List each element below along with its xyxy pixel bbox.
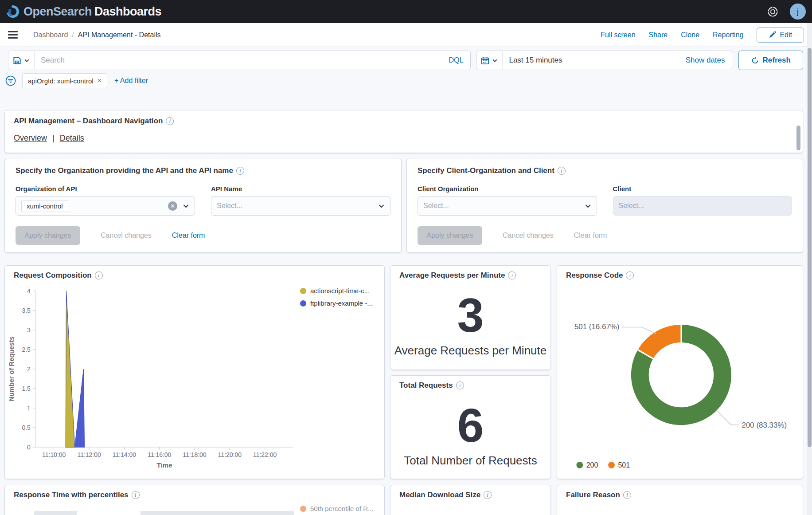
details-link[interactable]: Details xyxy=(60,134,84,143)
svg-text:3.5: 3.5 xyxy=(22,307,31,314)
apply-changes-button[interactable]: Apply changes xyxy=(16,226,80,245)
info-icon[interactable]: i xyxy=(558,167,566,175)
info-icon[interactable]: i xyxy=(623,491,631,499)
client-organization-form-panel: Specify Client-Organization and Client i… xyxy=(406,159,803,253)
svg-text:0: 0 xyxy=(27,444,31,451)
svg-text:11:22:00: 11:22:00 xyxy=(253,451,277,458)
opensearch-logo-icon xyxy=(6,5,20,18)
client-organization-label: Client Organization xyxy=(418,185,597,193)
quick-select-menu[interactable] xyxy=(476,51,503,70)
date-picker: Last 15 minutes Show dates xyxy=(476,51,732,70)
svg-text:11:10:00: 11:10:00 xyxy=(42,451,66,458)
user-avatar[interactable]: j xyxy=(790,4,806,20)
avg-requests-label: Average Requests per Minute xyxy=(390,344,550,358)
client-org-placeholder: Select... xyxy=(423,202,449,210)
remove-filter-icon[interactable]: × xyxy=(98,77,102,85)
pencil-icon xyxy=(769,31,776,39)
link-separator: | xyxy=(52,134,55,143)
saved-queries-menu[interactable] xyxy=(8,51,35,70)
help-icon[interactable] xyxy=(767,6,778,17)
avg-requests-title: Average Requests per Minute xyxy=(399,271,505,280)
divider xyxy=(26,28,26,42)
full-screen-link[interactable]: Full screen xyxy=(601,31,635,39)
chevron-down-icon xyxy=(24,58,30,63)
total-requests-value: 6 xyxy=(390,401,550,449)
api-name-placeholder: Select... xyxy=(217,202,242,210)
svg-text:1.5: 1.5 xyxy=(22,385,31,392)
org-panel-title: Specify the Organization providing the A… xyxy=(16,166,233,175)
clone-link[interactable]: Clone xyxy=(681,31,699,39)
show-dates-link[interactable]: Show dates xyxy=(679,51,732,70)
apply-changes-button[interactable]: Apply changes xyxy=(418,226,482,245)
chevron-down-icon xyxy=(585,203,591,209)
brand-text-opensearch: OpenSearch xyxy=(23,5,92,18)
info-icon[interactable]: i xyxy=(132,491,140,499)
chart-placeholder-bar xyxy=(34,511,77,515)
nav-panel-title: API Management – Dashboard Navigation xyxy=(14,117,163,126)
breadcrumb-current: API Management - Details xyxy=(78,31,161,39)
add-filter-link[interactable]: + Add filter xyxy=(114,77,148,85)
time-range-value[interactable]: Last 15 minutes xyxy=(503,51,678,70)
refresh-button-label: Refresh xyxy=(763,56,791,65)
dashboard-page: DQL Last 15 minutes Show dates Refre xyxy=(0,47,812,515)
info-icon[interactable]: i xyxy=(484,491,492,499)
filter-pill-apiorgid[interactable]: apiOrgId: xuml-control × xyxy=(22,73,107,88)
client-panel-title: Specify Client-Organization and Client xyxy=(418,166,554,175)
svg-text:200 (83.33%): 200 (83.33%) xyxy=(742,421,787,429)
save-icon xyxy=(13,56,21,65)
svg-text:501 (16.67%): 501 (16.67%) xyxy=(574,322,620,331)
chevron-down-icon xyxy=(378,203,385,209)
share-link[interactable]: Share xyxy=(649,31,668,39)
svg-text:501: 501 xyxy=(618,461,630,469)
svg-text:2: 2 xyxy=(27,366,31,373)
panel-scrollbar[interactable] xyxy=(796,126,800,150)
clear-form-button[interactable]: Clear form xyxy=(574,232,607,240)
reporting-link[interactable]: Reporting xyxy=(713,31,743,39)
median-download-title: Median Download Size xyxy=(399,491,480,499)
selected-org-token[interactable]: xuml-control xyxy=(21,200,68,212)
organization-api-form-panel: Specify the Organization providing the A… xyxy=(4,159,402,253)
median-download-panel: Median Download Size i xyxy=(390,485,551,515)
overview-link[interactable]: Overview xyxy=(14,134,47,143)
top-app-bar: OpenSearchDashboards j xyxy=(0,0,812,23)
scrollbar-thumb[interactable] xyxy=(808,48,812,447)
request-composition-chart: 00.511.522.533.5411:10:0011:12:0011:14:0… xyxy=(5,266,384,479)
edit-button[interactable]: Edit xyxy=(757,28,804,43)
opensearch-brand[interactable]: OpenSearchDashboards xyxy=(6,5,161,19)
calendar-icon xyxy=(481,56,489,65)
menu-icon[interactable] xyxy=(8,31,18,39)
search-input[interactable] xyxy=(35,51,442,70)
cancel-changes-button[interactable]: Cancel changes xyxy=(101,232,152,240)
svg-text:2.5: 2.5 xyxy=(22,346,31,353)
organization-of-api-label: Organization of API xyxy=(16,185,195,193)
svg-text:11:12:00: 11:12:00 xyxy=(77,451,101,458)
filter-icon[interactable] xyxy=(5,75,16,86)
svg-text:11:16:00: 11:16:00 xyxy=(148,451,172,458)
svg-text:11:14:00: 11:14:00 xyxy=(113,451,137,458)
svg-text:3: 3 xyxy=(27,326,31,334)
clear-form-button[interactable]: Clear form xyxy=(172,232,205,240)
breadcrumb-dashboard[interactable]: Dashboard xyxy=(33,31,68,39)
info-icon[interactable]: i xyxy=(166,117,174,125)
page-scrollbar[interactable] xyxy=(807,23,812,515)
info-icon[interactable]: i xyxy=(236,167,244,175)
cancel-changes-button[interactable]: Cancel changes xyxy=(503,232,554,240)
svg-text:1: 1 xyxy=(27,405,31,412)
refresh-button[interactable]: Refresh xyxy=(738,51,803,70)
api-name-select[interactable]: Select... xyxy=(211,196,390,216)
organization-of-api-combobox[interactable]: xuml-control ✕ xyxy=(16,196,195,216)
svg-text:Time: Time xyxy=(157,461,172,469)
avg-requests-value: 3 xyxy=(390,291,550,339)
info-icon[interactable]: i xyxy=(508,271,516,279)
response-time-panel: Response Time with percentiles i 50th pe… xyxy=(4,485,385,515)
request-composition-panel: Request Composition i actionscript-time-… xyxy=(4,265,385,479)
client-organization-select[interactable]: Select... xyxy=(418,196,597,216)
brand-text-dashboards: Dashboards xyxy=(94,5,161,18)
svg-text:Number of Requests: Number of Requests xyxy=(8,336,15,401)
info-icon[interactable]: i xyxy=(456,381,464,389)
clear-selection-icon[interactable]: ✕ xyxy=(168,201,177,211)
percentile-legend-dot xyxy=(300,506,306,512)
response-time-title: Response Time with percentiles xyxy=(14,491,129,499)
response-code-donut-chart: 501 (16.67%)200 (83.33%)200501 xyxy=(557,266,803,479)
dql-language-switcher[interactable]: DQL xyxy=(442,51,471,70)
